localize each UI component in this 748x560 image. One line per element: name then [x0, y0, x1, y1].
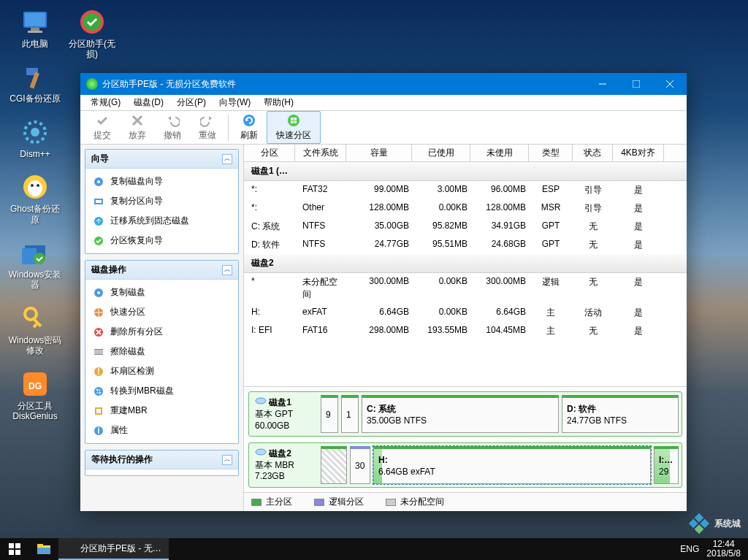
diskmap-seg[interactable]: 1 — [341, 395, 359, 433]
diskmap-seg[interactable]: D: 软件24.77GB NTFS — [562, 395, 679, 433]
system-tray[interactable]: ENG 12:44 2018/5/8 — [673, 540, 748, 559]
window-title: 分区助手PE版 - 无损分区免费软件 — [102, 78, 586, 91]
start-button[interactable] — [0, 538, 29, 560]
desktop-icon-gear[interactable]: Dism++ — [7, 118, 63, 159]
legend: 主分区逻辑分区未分配空间 — [244, 492, 687, 511]
op-wipe[interactable]: 擦除磁盘 — [85, 342, 238, 361]
svg-point-56 — [256, 398, 266, 404]
partition-row[interactable]: I: EFIFAT16298.00MB193.55MB104.45MB主无是 — [244, 322, 687, 340]
tray-date[interactable]: 2018/5/8 — [706, 549, 741, 559]
desktop-icon-pc[interactable]: 此电脑 — [7, 7, 63, 49]
op-rebuild[interactable]: 重建MBR — [85, 401, 238, 421]
minimize-button[interactable] — [586, 73, 619, 95]
desktop-icon-hammer[interactable]: CGI备份还原 — [7, 62, 63, 104]
partition-row[interactable]: D: 软件NTFS24.77GB95.51MB24.68GBGPT无是 — [244, 236, 687, 254]
menu-帮助(H)[interactable]: 帮助(H) — [258, 95, 299, 110]
desktop-icon-wininst[interactable]: Windows安装器 — [7, 238, 63, 291]
disk-group-0[interactable]: 磁盘1 (… — [244, 162, 687, 181]
pc-icon — [20, 7, 50, 37]
tray-lang[interactable]: ENG — [680, 544, 699, 554]
desktop-icon-pa[interactable]: 分区助手(无损) — [64, 7, 120, 60]
panel-diskops: 磁盘操作︿复制磁盘快速分区删除所有分区擦除磁盘!坏扇区检测转换到MBR磁盘重建M… — [85, 260, 239, 444]
col-3[interactable]: 已使用 — [412, 145, 470, 161]
desktop-icon-ghost[interactable]: Ghost备份还原 — [7, 172, 63, 225]
hammer-icon — [20, 62, 50, 91]
col-0[interactable]: 分区 — [244, 145, 295, 161]
titlebar[interactable]: 分区助手PE版 - 无损分区免费软件 — [80, 73, 687, 95]
col-6[interactable]: 状态 — [573, 145, 613, 161]
op-copydisk[interactable]: 复制磁盘 — [85, 283, 238, 302]
op-convert[interactable]: 转换到MBR磁盘 — [85, 381, 238, 401]
svg-point-51 — [94, 387, 103, 396]
diskmap-seg[interactable]: H:6.64GB exFAT — [373, 446, 651, 484]
panel-pending: 等待执行的操作︿ — [85, 450, 239, 476]
svg-rect-68 — [37, 548, 50, 554]
panel-head[interactable]: 磁盘操作︿ — [85, 261, 238, 280]
op-recover[interactable]: 分区恢复向导 — [85, 231, 238, 250]
panel-wizard: 向导︿复制磁盘向导复制分区向导迁移系统到固态磁盘分区恢复向导 — [85, 149, 239, 254]
col-7[interactable]: 4KB对齐 — [613, 145, 664, 161]
chevron-up-icon[interactable]: ︿ — [222, 265, 232, 275]
props-icon: i — [93, 425, 104, 437]
svg-rect-62 — [9, 543, 14, 548]
chevron-up-icon[interactable]: ︿ — [222, 154, 232, 164]
tb-quick[interactable]: 快速分区 — [267, 111, 321, 144]
app-icon — [86, 78, 98, 90]
svg-rect-58 — [695, 513, 704, 523]
op-quick2[interactable]: 快速分区 — [85, 302, 238, 322]
legend-item: 主分区 — [251, 496, 292, 508]
op-delall[interactable]: 删除所有分区 — [85, 322, 238, 342]
redo-icon — [200, 113, 215, 128]
diskmap-seg[interactable]: 30 — [350, 446, 370, 484]
menu-分区(P)[interactable]: 分区(P) — [171, 95, 212, 110]
chevron-up-icon[interactable]: ︿ — [222, 455, 232, 465]
diskmap-info[interactable]: 磁盘1基本 GPT60.00GB — [252, 395, 318, 433]
menu-常规(G)[interactable]: 常规(G) — [85, 95, 126, 110]
svg-point-26 — [243, 115, 255, 126]
op-props[interactable]: i属性 — [85, 421, 238, 440]
partition-row[interactable]: *:FAT3299.00MB3.00MB96.00MBESP引导是 — [244, 181, 687, 199]
partition-row[interactable]: C: 系统NTFS35.00GB95.82MB34.91GBGPT无是 — [244, 218, 687, 236]
taskbar: 分区助手PE版 - 无… ENG 12:44 2018/5/8 — [0, 538, 748, 560]
watermark: 系统城 — [688, 513, 741, 534]
op-copydisk[interactable]: 复制磁盘向导 — [85, 172, 238, 191]
maximize-button[interactable] — [619, 73, 653, 95]
desktop-icon-key[interactable]: Windows密码修改 — [7, 304, 63, 356]
svg-rect-21 — [633, 80, 640, 88]
tb-redo: 重做 — [190, 112, 225, 143]
partition-row[interactable]: *未分配空间300.00MB0.00KB300.00MB逻辑无是 — [244, 273, 687, 304]
disk-map: 磁盘1基本 GPT60.00GB91C: 系统35.00GB NTFSD: 软件… — [244, 386, 687, 492]
diskmap-info[interactable]: 磁盘2基本 MBR7.23GB — [252, 446, 318, 484]
svg-rect-60 — [689, 519, 698, 529]
disk-group-1[interactable]: 磁盘2 — [244, 254, 687, 273]
menu-磁盘(D)[interactable]: 磁盘(D) — [128, 95, 169, 110]
svg-rect-61 — [695, 524, 704, 534]
svg-rect-3 — [28, 31, 42, 33]
col-1[interactable]: 文件系统 — [295, 145, 346, 161]
op-badsec[interactable]: !坏扇区检测 — [85, 361, 238, 381]
svg-point-10 — [31, 184, 34, 187]
col-2[interactable]: 容量 — [346, 145, 412, 161]
diskmap-seg[interactable]: 9 — [321, 395, 338, 433]
op-migrate[interactable]: 迁移系统到固态磁盘 — [85, 211, 238, 231]
menu-向导(W)[interactable]: 向导(W) — [213, 95, 256, 110]
partition-row[interactable]: H:exFAT6.64GB0.00KB6.64GB主活动是 — [244, 304, 687, 322]
desktop-icon-dg[interactable]: DG分区工具DiskGenius — [7, 369, 63, 422]
panel-head[interactable]: 向导︿ — [85, 150, 238, 169]
col-4[interactable]: 未使用 — [470, 145, 529, 161]
desktop-icons: 此电脑CGI备份还原Dism++Ghost备份还原Windows安装器Windo… — [7, 7, 63, 421]
partition-row[interactable]: *:Other128.00MB0.00KB128.00MBMSR引导是 — [244, 199, 687, 218]
svg-rect-34 — [96, 200, 102, 203]
tb-refresh[interactable]: 刷新 — [232, 112, 267, 143]
wininst-icon — [20, 238, 50, 267]
taskbar-explorer-icon[interactable] — [29, 538, 58, 560]
diskmap-seg[interactable]: I:…29 — [654, 446, 679, 484]
close-button[interactable] — [653, 73, 687, 95]
col-5[interactable]: 类型 — [529, 145, 573, 161]
diskmap-seg[interactable] — [321, 446, 347, 484]
op-copypart[interactable]: 复制分区向导 — [85, 191, 238, 211]
diskmap-seg[interactable]: C: 系统35.00GB NTFS — [362, 395, 559, 433]
panel-head[interactable]: 等待执行的操作︿ — [85, 450, 238, 469]
taskbar-app[interactable]: 分区助手PE版 - 无… — [58, 538, 169, 560]
diskmap-1: 磁盘2基本 MBR7.23GB30H:6.64GB exFATI:…29 — [248, 442, 682, 488]
